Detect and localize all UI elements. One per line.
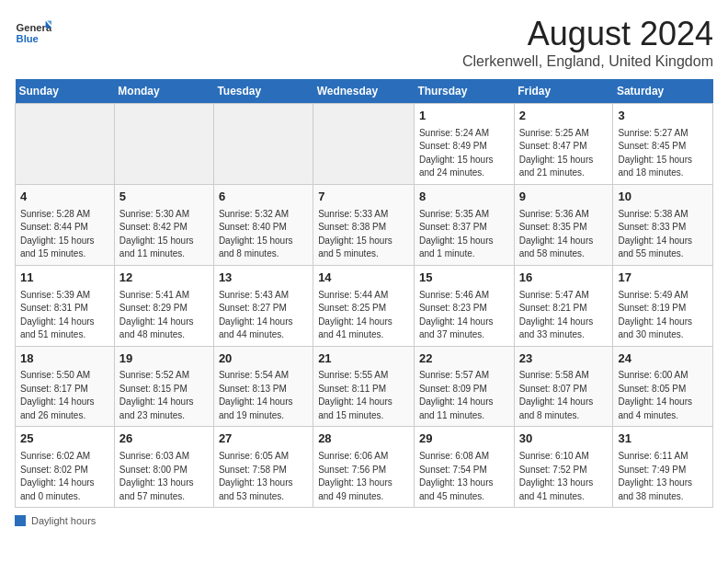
day-number: 11: [20, 270, 109, 287]
calendar-table: SundayMondayTuesdayWednesdayThursdayFrid…: [15, 79, 713, 508]
col-header-friday: Friday: [514, 79, 613, 104]
calendar-cell: 26Sunrise: 6:03 AM Sunset: 8:00 PM Dayli…: [114, 427, 213, 508]
day-number: 26: [119, 431, 209, 448]
week-row-4: 18Sunrise: 5:50 AM Sunset: 8:17 PM Dayli…: [16, 346, 713, 427]
day-number: 24: [618, 350, 708, 368]
calendar-cell: 18Sunrise: 5:50 AM Sunset: 8:17 PM Dayli…: [16, 346, 115, 427]
calendar-cell: 9Sunrise: 5:36 AM Sunset: 8:35 PM Daylig…: [514, 184, 613, 265]
day-number: 17: [618, 270, 708, 287]
calendar-cell: 11Sunrise: 5:39 AM Sunset: 8:31 PM Dayli…: [16, 265, 115, 346]
day-number: 25: [20, 431, 109, 448]
col-header-saturday: Saturday: [613, 79, 713, 104]
calendar-cell: 29Sunrise: 6:08 AM Sunset: 7:54 PM Dayli…: [414, 427, 514, 508]
calendar-cell: 30Sunrise: 6:10 AM Sunset: 7:52 PM Dayli…: [514, 427, 613, 508]
svg-text:Blue: Blue: [17, 33, 39, 44]
calendar-cell: 4Sunrise: 5:28 AM Sunset: 8:44 PM Daylig…: [16, 184, 115, 265]
calendar-cell: 22Sunrise: 5:57 AM Sunset: 8:09 PM Dayli…: [414, 346, 514, 427]
day-number: 19: [119, 350, 209, 368]
col-header-monday: Monday: [114, 79, 213, 104]
day-info: Sunrise: 5:58 AM Sunset: 8:07 PM Dayligh…: [519, 370, 594, 420]
day-info: Sunrise: 5:24 AM Sunset: 8:49 PM Dayligh…: [419, 128, 494, 178]
day-info: Sunrise: 5:36 AM Sunset: 8:35 PM Dayligh…: [519, 209, 594, 259]
col-header-tuesday: Tuesday: [213, 79, 313, 104]
day-info: Sunrise: 6:02 AM Sunset: 8:02 PM Dayligh…: [20, 451, 95, 501]
day-info: Sunrise: 6:06 AM Sunset: 7:56 PM Dayligh…: [318, 451, 392, 501]
location: Clerkenwell, England, United Kingdom: [462, 53, 713, 70]
calendar-cell: 12Sunrise: 5:41 AM Sunset: 8:29 PM Dayli…: [114, 265, 213, 346]
day-number: 5: [119, 189, 209, 206]
day-number: 27: [219, 431, 308, 448]
calendar-cell: 23Sunrise: 5:58 AM Sunset: 8:07 PM Dayli…: [514, 346, 613, 427]
day-info: Sunrise: 5:57 AM Sunset: 8:09 PM Dayligh…: [419, 370, 494, 420]
daylight-dot: [15, 515, 26, 526]
week-row-2: 4Sunrise: 5:28 AM Sunset: 8:44 PM Daylig…: [16, 184, 713, 265]
day-info: Sunrise: 6:11 AM Sunset: 7:49 PM Dayligh…: [618, 451, 692, 501]
day-number: 16: [519, 270, 609, 287]
calendar-cell: 27Sunrise: 6:05 AM Sunset: 7:58 PM Dayli…: [213, 427, 313, 508]
month-title: August 2024: [462, 15, 713, 53]
day-number: 14: [318, 270, 409, 287]
calendar-cell: [114, 104, 213, 185]
calendar-cell: 6Sunrise: 5:32 AM Sunset: 8:40 PM Daylig…: [213, 184, 313, 265]
day-info: Sunrise: 5:47 AM Sunset: 8:21 PM Dayligh…: [519, 290, 594, 340]
day-number: 12: [119, 270, 209, 287]
logo: General Blue: [15, 15, 55, 52]
day-info: Sunrise: 5:43 AM Sunset: 8:27 PM Dayligh…: [219, 290, 293, 340]
day-info: Sunrise: 5:38 AM Sunset: 8:33 PM Dayligh…: [618, 209, 692, 259]
day-number: 7: [318, 189, 409, 206]
day-info: Sunrise: 5:44 AM Sunset: 8:25 PM Dayligh…: [318, 290, 392, 340]
day-info: Sunrise: 5:46 AM Sunset: 8:23 PM Dayligh…: [419, 290, 494, 340]
day-number: 2: [519, 108, 609, 125]
day-info: Sunrise: 5:39 AM Sunset: 8:31 PM Dayligh…: [20, 290, 95, 340]
calendar-cell: [213, 104, 313, 185]
title-block: August 2024 Clerkenwell, England, United…: [462, 15, 713, 70]
week-row-3: 11Sunrise: 5:39 AM Sunset: 8:31 PM Dayli…: [16, 265, 713, 346]
calendar-cell: 13Sunrise: 5:43 AM Sunset: 8:27 PM Dayli…: [213, 265, 313, 346]
day-number: 22: [419, 350, 509, 368]
col-header-sunday: Sunday: [16, 79, 115, 104]
day-number: 18: [20, 350, 109, 368]
calendar-cell: 31Sunrise: 6:11 AM Sunset: 7:49 PM Dayli…: [613, 427, 713, 508]
day-info: Sunrise: 6:00 AM Sunset: 8:05 PM Dayligh…: [618, 370, 692, 420]
calendar-cell: 14Sunrise: 5:44 AM Sunset: 8:25 PM Dayli…: [313, 265, 415, 346]
day-number: 9: [519, 189, 609, 206]
col-header-wednesday: Wednesday: [313, 79, 415, 104]
day-info: Sunrise: 5:55 AM Sunset: 8:11 PM Dayligh…: [318, 370, 392, 420]
day-info: Sunrise: 6:03 AM Sunset: 8:00 PM Dayligh…: [119, 451, 194, 501]
calendar-cell: 2Sunrise: 5:25 AM Sunset: 8:47 PM Daylig…: [514, 104, 613, 185]
calendar-cell: 16Sunrise: 5:47 AM Sunset: 8:21 PM Dayli…: [514, 265, 613, 346]
calendar-cell: 19Sunrise: 5:52 AM Sunset: 8:15 PM Dayli…: [114, 346, 213, 427]
column-headers: SundayMondayTuesdayWednesdayThursdayFrid…: [16, 79, 713, 104]
day-number: 28: [318, 431, 409, 448]
day-info: Sunrise: 5:35 AM Sunset: 8:37 PM Dayligh…: [419, 209, 494, 259]
calendar-cell: 21Sunrise: 5:55 AM Sunset: 8:11 PM Dayli…: [313, 346, 415, 427]
day-info: Sunrise: 6:08 AM Sunset: 7:54 PM Dayligh…: [419, 451, 494, 501]
day-number: 23: [519, 350, 609, 368]
calendar-cell: 8Sunrise: 5:35 AM Sunset: 8:37 PM Daylig…: [414, 184, 514, 265]
day-number: 10: [618, 189, 708, 206]
day-info: Sunrise: 5:32 AM Sunset: 8:40 PM Dayligh…: [219, 209, 293, 259]
calendar-cell: 20Sunrise: 5:54 AM Sunset: 8:13 PM Dayli…: [213, 346, 313, 427]
calendar-cell: 10Sunrise: 5:38 AM Sunset: 8:33 PM Dayli…: [613, 184, 713, 265]
day-info: Sunrise: 5:25 AM Sunset: 8:47 PM Dayligh…: [519, 128, 594, 178]
day-info: Sunrise: 6:05 AM Sunset: 7:58 PM Dayligh…: [219, 451, 293, 501]
day-number: 15: [419, 270, 509, 287]
day-info: Sunrise: 6:10 AM Sunset: 7:52 PM Dayligh…: [519, 451, 594, 501]
daylight-label: Daylight hours: [31, 515, 96, 526]
day-info: Sunrise: 5:41 AM Sunset: 8:29 PM Dayligh…: [119, 290, 194, 340]
calendar-cell: 3Sunrise: 5:27 AM Sunset: 8:45 PM Daylig…: [613, 104, 713, 185]
day-info: Sunrise: 5:27 AM Sunset: 8:45 PM Dayligh…: [618, 128, 692, 178]
day-info: Sunrise: 5:28 AM Sunset: 8:44 PM Dayligh…: [20, 209, 95, 259]
calendar-cell: 25Sunrise: 6:02 AM Sunset: 8:02 PM Dayli…: [16, 427, 115, 508]
col-header-thursday: Thursday: [414, 79, 514, 104]
day-number: 1: [419, 108, 509, 125]
calendar-cell: 17Sunrise: 5:49 AM Sunset: 8:19 PM Dayli…: [613, 265, 713, 346]
day-info: Sunrise: 5:50 AM Sunset: 8:17 PM Dayligh…: [20, 370, 95, 420]
calendar-cell: [313, 104, 415, 185]
calendar-cell: 24Sunrise: 6:00 AM Sunset: 8:05 PM Dayli…: [613, 346, 713, 427]
calendar-cell: 7Sunrise: 5:33 AM Sunset: 8:38 PM Daylig…: [313, 184, 415, 265]
week-row-5: 25Sunrise: 6:02 AM Sunset: 8:02 PM Dayli…: [16, 427, 713, 508]
day-number: 6: [219, 189, 308, 206]
day-number: 29: [419, 431, 509, 448]
day-number: 3: [618, 108, 708, 125]
